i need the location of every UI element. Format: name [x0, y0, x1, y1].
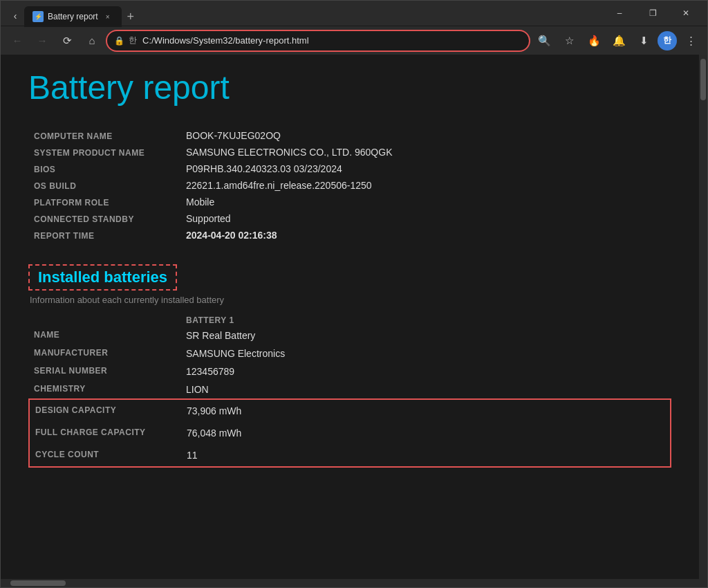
field-label: REPORT TIME	[28, 227, 180, 244]
address-input[interactable]	[142, 35, 522, 46]
download-icon-btn[interactable]: ⬇	[633, 30, 655, 52]
system-info-table: COMPUTER NAME BOOK-7KUJEG02OQ SYSTEM PRO…	[28, 127, 671, 244]
minimize-button[interactable]: –	[604, 2, 635, 24]
field-value: SR Real Battery	[180, 327, 671, 344]
table-row: COMPUTER NAME BOOK-7KUJEG02OQ	[28, 127, 671, 144]
battery-info-table: BATTERY 1 NAME SR Real Battery MANUFACTU…	[28, 312, 671, 398]
back-button[interactable]: ←	[6, 30, 28, 52]
field-value: SAMSUNG ELECTRONICS CO., LTD. 960QGK	[180, 144, 671, 160]
field-value: BOOK-7KUJEG02OQ	[180, 127, 671, 144]
table-row: REPORT TIME 2024-04-20 02:16:38	[28, 227, 671, 244]
tab-favicon: ⚡	[32, 11, 44, 22]
bookmark-icon-btn[interactable]: ☆	[558, 30, 580, 52]
field-label: COMPUTER NAME	[28, 127, 180, 144]
field-label: SYSTEM PRODUCT NAME	[28, 144, 180, 160]
field-label: PLATFORM ROLE	[28, 194, 180, 210]
field-value: 73,906 mWh	[181, 399, 671, 422]
table-row: CONNECTED STANDBY Supported	[28, 210, 671, 227]
highlighted-battery-table: DESIGN CAPACITY 73,906 mWh FULL CHARGE C…	[28, 398, 671, 468]
table-row: PLATFORM ROLE Mobile	[28, 194, 671, 210]
address-icon: 🔒	[114, 36, 124, 46]
report-title: Battery report	[28, 68, 671, 107]
field-label: CONNECTED STANDBY	[28, 210, 180, 227]
close-button[interactable]: ✕	[670, 2, 702, 24]
collections-icon-btn[interactable]: 🔔	[608, 30, 630, 52]
field-label: DESIGN CAPACITY	[29, 399, 181, 422]
tab-area: ‹ ⚡ Battery report × +	[6, 1, 601, 26]
profile-button[interactable]: 한	[658, 31, 677, 50]
field-value: SAMSUNG Electronics	[180, 344, 671, 362]
table-row: CYCLE COUNT 11	[29, 444, 671, 467]
table-row: NAME SR Real Battery	[28, 327, 671, 344]
section-subtitle: Information about each currently install…	[30, 295, 671, 305]
new-tab-button[interactable]: +	[122, 8, 140, 26]
field-value: LION	[180, 380, 671, 398]
menu-icon-btn[interactable]: ⋮	[680, 30, 702, 52]
tab-nav-prev[interactable]: ‹	[6, 6, 24, 26]
address-label: 한	[129, 35, 137, 46]
browser-tab[interactable]: ⚡ Battery report ×	[24, 6, 122, 27]
field-value: 76,048 mWh	[181, 422, 671, 444]
field-value: 22621.1.amd64fre.ni_release.220506-1250	[180, 177, 671, 194]
battery-col-header-row: BATTERY 1	[28, 312, 671, 327]
address-bar-container[interactable]: 🔒 한	[106, 30, 530, 52]
restore-button[interactable]: ❐	[637, 2, 669, 24]
field-label: MANUFACTURER	[28, 344, 180, 362]
horizontal-scrollbar[interactable]	[1, 579, 707, 587]
field-label: CHEMISTRY	[28, 380, 180, 398]
browser-window: ‹ ⚡ Battery report × + – ❐ ✕ ← → ⟳ ⌂ 🔒 한…	[0, 0, 708, 588]
battery-column-header: BATTERY 1	[180, 312, 671, 327]
table-row: MANUFACTURER SAMSUNG Electronics	[28, 344, 671, 362]
empty-header	[28, 312, 180, 327]
content-area: Battery report COMPUTER NAME BOOK-7KUJEG…	[1, 55, 707, 579]
table-row: FULL CHARGE CAPACITY 76,048 mWh	[29, 422, 671, 444]
horizontal-scrollbar-thumb[interactable]	[10, 580, 66, 586]
table-row: OS BUILD 22621.1.amd64fre.ni_release.220…	[28, 177, 671, 194]
tab-close-button[interactable]: ×	[102, 11, 113, 22]
section-title: Installed batteries	[28, 264, 177, 291]
page-content: Battery report COMPUTER NAME BOOK-7KUJEG…	[1, 55, 699, 579]
field-value: 11	[181, 444, 671, 467]
table-row: DESIGN CAPACITY 73,906 mWh	[29, 399, 671, 422]
fire-icon-btn[interactable]: 🔥	[583, 30, 605, 52]
title-bar: ‹ ⚡ Battery report × + – ❐ ✕	[1, 1, 707, 26]
tab-title: Battery report	[48, 12, 98, 21]
table-row: SYSTEM PRODUCT NAME SAMSUNG ELECTRONICS …	[28, 144, 671, 160]
field-value: P09RHB.340.240323.03 03/23/2024	[180, 160, 671, 177]
home-button[interactable]: ⌂	[81, 30, 103, 52]
field-value bold-value: 2024-04-20 02:16:38	[180, 227, 671, 244]
toolbar: ← → ⟳ ⌂ 🔒 한 🔍 ☆ 🔥 🔔 ⬇ 한 ⋮	[1, 26, 707, 55]
field-value: Mobile	[180, 194, 671, 210]
field-label: FULL CHARGE CAPACITY	[29, 422, 181, 444]
installed-batteries-section: Installed batteries	[28, 264, 671, 291]
forward-button[interactable]: →	[31, 30, 53, 52]
field-label: OS BUILD	[28, 177, 180, 194]
window-controls: – ❐ ✕	[604, 2, 702, 24]
scrollbar-thumb[interactable]	[700, 59, 706, 100]
field-label: SERIAL NUMBER	[28, 362, 180, 380]
vertical-scrollbar[interactable]	[699, 55, 707, 579]
field-value: 123456789	[180, 362, 671, 380]
search-icon-btn[interactable]: 🔍	[533, 30, 555, 52]
field-value: Supported	[180, 210, 671, 227]
table-row: CHEMISTRY LION	[28, 380, 671, 398]
field-label: NAME	[28, 327, 180, 344]
field-label: BIOS	[28, 160, 180, 177]
refresh-button[interactable]: ⟳	[56, 30, 78, 52]
field-label: CYCLE COUNT	[29, 444, 181, 467]
table-row: SERIAL NUMBER 123456789	[28, 362, 671, 380]
table-row: BIOS P09RHB.340.240323.03 03/23/2024	[28, 160, 671, 177]
